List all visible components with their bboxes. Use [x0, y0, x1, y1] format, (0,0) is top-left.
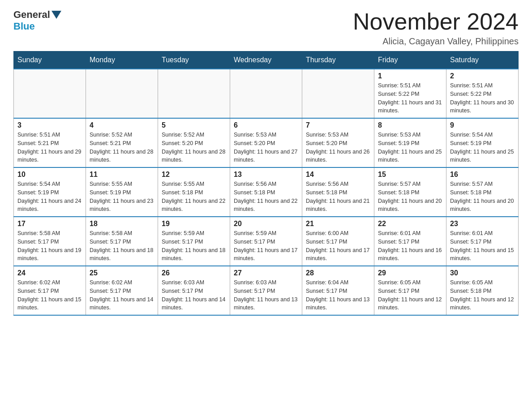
- calendar-cell: 12Sunrise: 5:55 AMSunset: 5:18 PMDayligh…: [158, 167, 230, 217]
- calendar-cell: 18Sunrise: 5:58 AMSunset: 5:17 PMDayligh…: [86, 217, 158, 266]
- calendar-cell: 8Sunrise: 5:53 AMSunset: 5:19 PMDaylight…: [374, 118, 446, 167]
- calendar-cell: 23Sunrise: 6:01 AMSunset: 5:17 PMDayligh…: [446, 217, 519, 266]
- day-number: 17: [17, 220, 82, 228]
- day-info: Sunrise: 6:02 AMSunset: 5:17 PMDaylight:…: [17, 278, 82, 312]
- calendar-cell: 17Sunrise: 5:58 AMSunset: 5:17 PMDayligh…: [14, 217, 86, 266]
- day-info: Sunrise: 5:55 AMSunset: 5:18 PMDaylight:…: [162, 180, 226, 214]
- calendar-cell: 13Sunrise: 5:56 AMSunset: 5:18 PMDayligh…: [230, 167, 302, 217]
- day-number: 20: [234, 220, 298, 228]
- logo-general-text: General: [13, 9, 50, 21]
- calendar-cell: 10Sunrise: 5:54 AMSunset: 5:19 PMDayligh…: [14, 167, 86, 217]
- day-number: 4: [90, 121, 154, 129]
- day-info: Sunrise: 6:01 AMSunset: 5:17 PMDaylight:…: [450, 229, 515, 263]
- day-info: Sunrise: 6:03 AMSunset: 5:17 PMDaylight:…: [234, 278, 298, 312]
- calendar-cell: 19Sunrise: 5:59 AMSunset: 5:17 PMDayligh…: [158, 217, 230, 266]
- calendar-cell: [86, 69, 158, 118]
- day-number: 7: [306, 121, 370, 129]
- logo-arrow-icon: [51, 11, 61, 19]
- calendar-cell: 24Sunrise: 6:02 AMSunset: 5:17 PMDayligh…: [14, 266, 86, 315]
- calendar-cell: [158, 69, 230, 118]
- day-number: 6: [234, 121, 298, 129]
- col-saturday: Saturday: [446, 51, 519, 69]
- day-number: 11: [90, 171, 154, 179]
- day-number: 27: [234, 269, 298, 277]
- calendar-cell: 28Sunrise: 6:04 AMSunset: 5:17 PMDayligh…: [302, 266, 374, 315]
- day-number: 30: [450, 269, 515, 277]
- day-info: Sunrise: 6:03 AMSunset: 5:17 PMDaylight:…: [162, 278, 226, 312]
- day-number: 19: [162, 220, 226, 228]
- title-section: November 2024 Alicia, Cagayan Valley, Ph…: [353, 9, 519, 47]
- day-number: 14: [306, 171, 370, 179]
- day-number: 1: [378, 72, 442, 80]
- day-info: Sunrise: 5:56 AMSunset: 5:18 PMDaylight:…: [234, 180, 298, 214]
- calendar-week-row: 17Sunrise: 5:58 AMSunset: 5:17 PMDayligh…: [14, 217, 519, 266]
- calendar-cell: 11Sunrise: 5:55 AMSunset: 5:19 PMDayligh…: [86, 167, 158, 217]
- day-number: 26: [162, 269, 226, 277]
- col-tuesday: Tuesday: [158, 51, 230, 69]
- day-info: Sunrise: 6:02 AMSunset: 5:17 PMDaylight:…: [90, 278, 154, 312]
- calendar-cell: 16Sunrise: 5:57 AMSunset: 5:18 PMDayligh…: [446, 167, 519, 217]
- day-info: Sunrise: 5:51 AMSunset: 5:22 PMDaylight:…: [450, 81, 515, 115]
- calendar-cell: 7Sunrise: 5:53 AMSunset: 5:20 PMDaylight…: [302, 118, 374, 167]
- day-info: Sunrise: 5:57 AMSunset: 5:18 PMDaylight:…: [378, 180, 442, 214]
- day-number: 13: [234, 171, 298, 179]
- day-info: Sunrise: 5:54 AMSunset: 5:19 PMDaylight:…: [450, 131, 515, 164]
- day-info: Sunrise: 6:05 AMSunset: 5:18 PMDaylight:…: [450, 278, 515, 312]
- col-sunday: Sunday: [14, 51, 86, 69]
- day-info: Sunrise: 5:55 AMSunset: 5:19 PMDaylight:…: [90, 180, 154, 214]
- calendar-week-row: 10Sunrise: 5:54 AMSunset: 5:19 PMDayligh…: [14, 167, 519, 217]
- calendar-cell: 1Sunrise: 5:51 AMSunset: 5:22 PMDaylight…: [374, 69, 446, 118]
- day-info: Sunrise: 6:05 AMSunset: 5:17 PMDaylight:…: [378, 278, 442, 312]
- calendar-cell: [230, 69, 302, 118]
- calendar-cell: 2Sunrise: 5:51 AMSunset: 5:22 PMDaylight…: [446, 69, 519, 118]
- day-info: Sunrise: 5:57 AMSunset: 5:18 PMDaylight:…: [450, 180, 515, 214]
- calendar-cell: 4Sunrise: 5:52 AMSunset: 5:21 PMDaylight…: [86, 118, 158, 167]
- day-info: Sunrise: 5:51 AMSunset: 5:21 PMDaylight:…: [17, 131, 82, 164]
- svg-marker-0: [51, 11, 61, 19]
- calendar-week-row: 1Sunrise: 5:51 AMSunset: 5:22 PMDaylight…: [14, 69, 519, 118]
- day-info: Sunrise: 5:52 AMSunset: 5:20 PMDaylight:…: [162, 131, 226, 164]
- calendar-cell: 22Sunrise: 6:01 AMSunset: 5:17 PMDayligh…: [374, 217, 446, 266]
- calendar-week-row: 24Sunrise: 6:02 AMSunset: 5:17 PMDayligh…: [14, 266, 519, 315]
- calendar-cell: 25Sunrise: 6:02 AMSunset: 5:17 PMDayligh…: [86, 266, 158, 315]
- calendar-header-row: Sunday Monday Tuesday Wednesday Thursday…: [14, 51, 519, 69]
- day-info: Sunrise: 5:51 AMSunset: 5:22 PMDaylight:…: [378, 81, 442, 115]
- day-number: 28: [306, 269, 370, 277]
- calendar-cell: 20Sunrise: 5:59 AMSunset: 5:17 PMDayligh…: [230, 217, 302, 266]
- day-number: 16: [450, 171, 515, 179]
- calendar-cell: [302, 69, 374, 118]
- logo: General Blue: [13, 9, 61, 32]
- day-info: Sunrise: 5:59 AMSunset: 5:17 PMDaylight:…: [162, 229, 226, 263]
- day-number: 24: [17, 269, 82, 277]
- calendar-cell: 6Sunrise: 5:53 AMSunset: 5:20 PMDaylight…: [230, 118, 302, 167]
- logo-blue-text: Blue: [13, 21, 35, 32]
- day-number: 21: [306, 220, 370, 228]
- day-info: Sunrise: 6:00 AMSunset: 5:17 PMDaylight:…: [306, 229, 370, 263]
- day-info: Sunrise: 5:58 AMSunset: 5:17 PMDaylight:…: [17, 229, 82, 263]
- day-info: Sunrise: 5:58 AMSunset: 5:17 PMDaylight:…: [90, 229, 154, 263]
- day-number: 29: [378, 269, 442, 277]
- day-info: Sunrise: 5:53 AMSunset: 5:20 PMDaylight:…: [234, 131, 298, 164]
- calendar-cell: 14Sunrise: 5:56 AMSunset: 5:18 PMDayligh…: [302, 167, 374, 217]
- day-info: Sunrise: 5:52 AMSunset: 5:21 PMDaylight:…: [90, 131, 154, 164]
- day-number: 2: [450, 72, 515, 80]
- calendar-cell: 26Sunrise: 6:03 AMSunset: 5:17 PMDayligh…: [158, 266, 230, 315]
- month-title: November 2024: [353, 9, 519, 34]
- col-wednesday: Wednesday: [230, 51, 302, 69]
- day-info: Sunrise: 6:04 AMSunset: 5:17 PMDaylight:…: [306, 278, 370, 312]
- day-number: 25: [90, 269, 154, 277]
- calendar-cell: 5Sunrise: 5:52 AMSunset: 5:20 PMDaylight…: [158, 118, 230, 167]
- day-number: 22: [378, 220, 442, 228]
- calendar-table: Sunday Monday Tuesday Wednesday Thursday…: [13, 51, 519, 316]
- day-info: Sunrise: 5:56 AMSunset: 5:18 PMDaylight:…: [306, 180, 370, 214]
- col-monday: Monday: [86, 51, 158, 69]
- day-number: 9: [450, 121, 515, 129]
- calendar-cell: [14, 69, 86, 118]
- day-number: 3: [17, 121, 82, 129]
- day-number: 12: [162, 171, 226, 179]
- day-info: Sunrise: 5:59 AMSunset: 5:17 PMDaylight:…: [234, 229, 298, 263]
- day-number: 23: [450, 220, 515, 228]
- col-thursday: Thursday: [302, 51, 374, 69]
- day-number: 5: [162, 121, 226, 129]
- day-info: Sunrise: 5:54 AMSunset: 5:19 PMDaylight:…: [17, 180, 82, 214]
